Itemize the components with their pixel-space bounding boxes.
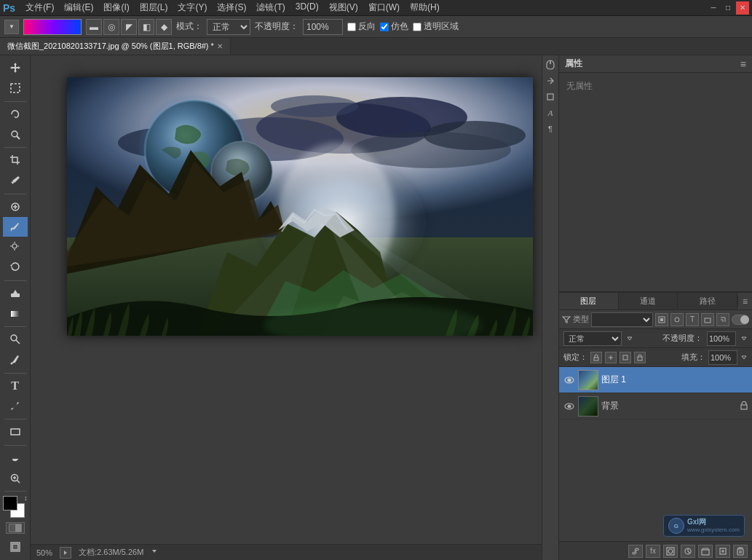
navigate-button[interactable]: [60, 547, 71, 559]
maximize-button[interactable]: □: [721, 1, 735, 15]
swap-colors-icon[interactable]: ↕: [24, 494, 28, 502]
properties-menu-icon[interactable]: ≡: [740, 58, 746, 70]
layer-filter-adjust-icon[interactable]: [670, 313, 684, 326]
crop-tool[interactable]: [3, 151, 28, 170]
layer-fx-icon[interactable]: fx: [646, 545, 660, 558]
layer-1-thumbnail: [578, 370, 598, 390]
layer-filter-pixel-icon[interactable]: [655, 313, 668, 326]
tab-paths[interactable]: 路径: [678, 293, 737, 309]
history-brush-tool[interactable]: [3, 258, 28, 277]
menu-3d[interactable]: 3D(D): [291, 0, 323, 15]
zoom-tool[interactable]: [3, 468, 28, 488]
dither-checkbox[interactable]: [380, 23, 389, 31]
brush-tool[interactable]: [3, 217, 28, 237]
blend-mode-select[interactable]: 正常: [563, 331, 622, 346]
properties-header: 属性 ≡: [559, 55, 752, 73]
layer-mask-icon[interactable]: [663, 545, 678, 558]
eyedropper-tool[interactable]: [3, 171, 28, 191]
menu-file[interactable]: 文件(F): [21, 0, 58, 15]
quick-mask-button[interactable]: [6, 522, 25, 534]
transparency-checkbox[interactable]: [413, 23, 421, 31]
layer-link-icon[interactable]: [628, 545, 643, 558]
filter-icon: [562, 315, 571, 324]
path-select-tool[interactable]: [3, 396, 28, 416]
rectangle-tool[interactable]: [3, 422, 28, 442]
shape-reflect[interactable]: ◧: [138, 19, 154, 35]
shape-radial[interactable]: ◎: [103, 19, 119, 35]
minimize-button[interactable]: ─: [707, 1, 720, 15]
info-arrow[interactable]: [151, 548, 161, 558]
layer-filter-text-icon[interactable]: T: [686, 313, 699, 326]
menu-view[interactable]: 视图(V): [325, 0, 363, 15]
close-button[interactable]: ✕: [736, 1, 749, 15]
properties-arrow-icon[interactable]: [544, 74, 557, 87]
layer-filter-smart-icon[interactable]: [716, 313, 729, 326]
fill-value-input[interactable]: [708, 350, 737, 365]
tab-channels[interactable]: 通道: [619, 293, 678, 309]
opacity-input[interactable]: [303, 19, 343, 35]
menu-help[interactable]: 帮助(H): [405, 0, 444, 15]
lock-all-icon[interactable]: [634, 352, 646, 363]
lock-position-icon[interactable]: [605, 352, 617, 363]
heal-tool[interactable]: [3, 197, 28, 216]
shape-angle[interactable]: ◤: [121, 19, 137, 35]
tab-layers[interactable]: 图层: [559, 293, 619, 309]
lock-pixels-icon[interactable]: [590, 352, 602, 363]
layer-item-bg[interactable]: 背景: [559, 393, 752, 419]
lock-row: 锁定： 填充：: [559, 348, 752, 367]
properties-text-A-icon[interactable]: A: [544, 106, 557, 119]
marquee-tool[interactable]: [3, 79, 28, 98]
pen-tool[interactable]: [3, 350, 28, 370]
layer-item-1[interactable]: 图层 1: [559, 367, 752, 393]
layer-filter-shape-icon[interactable]: [701, 313, 714, 326]
layers-panel-header: 图层 通道 路径 ≡: [559, 293, 752, 310]
layer-group-icon[interactable]: [698, 545, 713, 558]
quick-select-tool[interactable]: [3, 125, 28, 144]
mode-select[interactable]: 正常: [207, 19, 250, 35]
layer-type-select[interactable]: [591, 312, 653, 327]
menu-window[interactable]: 窗口(W): [364, 0, 404, 15]
menu-text[interactable]: 文字(Y): [173, 0, 211, 15]
lasso-tool[interactable]: [3, 104, 28, 124]
reverse-checkbox[interactable]: [347, 23, 356, 31]
menu-edit[interactable]: 编辑(E): [60, 0, 98, 15]
menu-filter[interactable]: 滤镜(T): [252, 0, 289, 15]
properties-shape-icon[interactable]: [544, 90, 557, 103]
menu-image[interactable]: 图像(I): [99, 0, 133, 15]
layer-1-visibility-icon[interactable]: [563, 374, 575, 386]
tool-separator-4: [4, 280, 26, 281]
layer-adjustment-icon[interactable]: [681, 545, 695, 558]
text-tool[interactable]: T: [3, 376, 28, 396]
layers-panel-menu[interactable]: ≡: [737, 296, 752, 307]
gradient-picker[interactable]: [23, 19, 82, 35]
menu-layer[interactable]: 图层(L): [135, 0, 173, 15]
gradient-tool[interactable]: [3, 304, 28, 323]
tool-preset-icon[interactable]: ▼: [4, 20, 19, 34]
canvas[interactable]: [67, 77, 533, 336]
layer-filter-toggle[interactable]: [732, 315, 749, 325]
layer-delete-icon[interactable]: [733, 545, 748, 558]
svg-rect-67: [737, 549, 743, 555]
hand-tool[interactable]: [3, 449, 28, 468]
tab-close-icon[interactable]: ✕: [217, 42, 223, 50]
lock-artboard-icon[interactable]: [620, 352, 631, 363]
screen-mode-button[interactable]: [3, 537, 28, 557]
dodge-tool[interactable]: [3, 330, 28, 350]
layer-new-icon[interactable]: [716, 545, 730, 558]
gxl-logo-text: G: [674, 523, 678, 529]
shape-diamond[interactable]: ◆: [156, 19, 172, 35]
menu-select[interactable]: 选择(S): [213, 0, 250, 15]
layer-bg-visibility-icon[interactable]: [563, 401, 575, 412]
move-tool[interactable]: [3, 58, 28, 78]
properties-paragraph-icon[interactable]: ¶: [544, 122, 557, 135]
tool-separator-8: [4, 445, 26, 446]
properties-mouse-icon[interactable]: [544, 58, 557, 71]
tool-separator-5: [4, 326, 26, 327]
tool-preset-picker: ▼: [4, 20, 19, 34]
clone-tool[interactable]: [3, 237, 28, 257]
eraser-tool[interactable]: [3, 284, 28, 304]
foreground-color[interactable]: [3, 496, 17, 510]
document-tab[interactable]: 微信截图_20210820133717.jpg @ 50% (图层1, RGB/…: [0, 38, 231, 55]
opacity-value-input[interactable]: [707, 331, 736, 346]
shape-linear[interactable]: ▬: [86, 19, 102, 35]
